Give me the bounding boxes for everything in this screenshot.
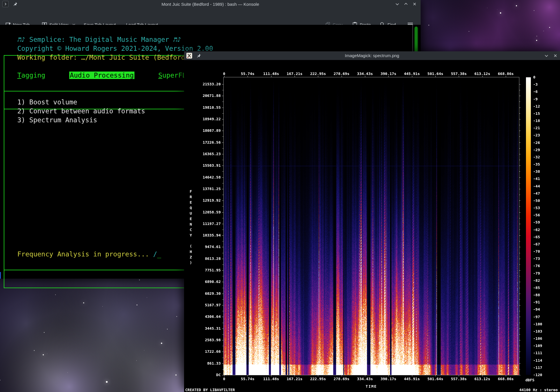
time-tick [388, 375, 389, 376]
tui-border-left [4, 55, 4, 288]
freq-tick-minor [222, 136, 223, 137]
freq-tick [222, 108, 223, 108]
db-tick-label: -23 [533, 133, 540, 137]
menu-item-boost-volume[interactable]: 1) Boost volume [17, 98, 77, 107]
freq-tick [222, 317, 223, 317]
spinner-glyph: / [153, 250, 157, 258]
time-tick [482, 375, 483, 376]
freq-tick-label: DC [191, 373, 221, 377]
minimize-button[interactable] [395, 2, 400, 6]
freq-tick [222, 119, 223, 119]
db-tick-label: 0 [533, 75, 535, 79]
time-tick-label: 167.21s [284, 377, 305, 381]
time-tick [459, 76, 459, 77]
freq-tick [519, 282, 520, 282]
konsole-titlebar[interactable]: Mont Juic Suite (Bedford - 1989) : bash … [0, 0, 421, 8]
time-tick-label: 501.64s [425, 72, 445, 76]
db-tick-label: -109 [533, 344, 542, 348]
freq-tick-minor [222, 288, 223, 288]
freq-tick-minor [519, 218, 520, 218]
maximize-button[interactable] [404, 2, 408, 6]
freq-tick [519, 259, 520, 259]
freq-tick-label: 1722.66 [191, 349, 221, 354]
freq-tick-minor [222, 241, 223, 241]
freq-tick [222, 142, 223, 143]
freq-tick-minor [519, 311, 520, 311]
time-tick [365, 375, 365, 376]
freq-tick-label: 17226.56 [191, 140, 221, 145]
freq-tick [519, 177, 520, 178]
time-tick-label: 445.91s [402, 72, 422, 76]
close-button[interactable] [553, 53, 558, 58]
time-tick-label: 613.12s [472, 72, 492, 76]
menu-item-spectrum-analysis[interactable]: 3) Spectrum Analysis [17, 116, 97, 125]
freq-tick [222, 294, 223, 294]
footer-samplerate: 44100 Hz : stereo [519, 388, 558, 392]
db-tick-label: -111 [533, 351, 542, 355]
spectrogram-image[interactable] [224, 77, 519, 375]
freq-tick-minor [222, 183, 223, 183]
freq-tick [519, 352, 520, 352]
time-tick-label: 668.86s [496, 377, 516, 381]
freq-tick-label: 14642.58 [191, 175, 221, 179]
db-tick-label: -65 [533, 235, 540, 239]
freq-tick-minor [519, 90, 520, 90]
db-tick-label: -50 [533, 198, 540, 203]
freq-tick [222, 352, 223, 352]
freq-tick-minor [222, 125, 223, 125]
freq-tick-minor [222, 102, 223, 102]
freq-tick [222, 96, 223, 96]
freq-tick [519, 189, 520, 189]
menu-item-convert-formats[interactable]: 2) Convert between audio formats [17, 107, 145, 116]
freq-tick-minor [222, 311, 223, 311]
freq-tick-label: 11197.27 [191, 222, 221, 226]
db-tick-label: -114 [533, 358, 542, 363]
freq-tick [519, 108, 520, 108]
time-tick [248, 375, 248, 376]
freq-tick-minor [222, 253, 223, 253]
db-tick-label: -73 [533, 256, 540, 261]
freq-tick [519, 235, 520, 236]
freq-tick-minor [222, 358, 223, 358]
time-tick [459, 375, 459, 376]
freq-tick-minor [519, 358, 520, 358]
freq-tick [222, 224, 223, 224]
freq-tick-minor [519, 346, 520, 346]
colorbar [526, 77, 531, 375]
db-tick-label: -56 [533, 213, 540, 217]
freq-tick [519, 305, 520, 305]
time-tick-label: 613.12s [472, 377, 492, 381]
db-tick-label: -41 [533, 177, 540, 181]
freq-tick-minor [222, 160, 223, 160]
db-tick-label: -100 [533, 322, 542, 326]
konsole-toolbar: New Tab Split View Save Tab Layout Load … [0, 8, 421, 25]
close-button[interactable] [412, 2, 417, 6]
freq-tick [519, 317, 520, 317]
screen-edge-indicator [0, 272, 1, 279]
db-tick-label: -15 [533, 111, 540, 116]
db-tick-label: -106 [533, 336, 542, 341]
db-tick-label: -35 [533, 162, 540, 166]
db-tick-label: -62 [533, 228, 540, 232]
freq-tick-minor [519, 195, 520, 195]
tab-audio-processing[interactable]: Audio Processing [69, 72, 134, 79]
tui-tab-bar: Tagging Audio Processing SuperFLAC [17, 71, 194, 80]
minimize-button[interactable] [544, 53, 549, 58]
imagemagick-titlebar[interactable]: ImageMagick: spectrum.png [184, 51, 560, 60]
status-line: Frequency Analysis in progress... /_ [17, 250, 161, 259]
freq-tick [222, 166, 223, 166]
db-tick-label: -59 [533, 220, 540, 224]
freq-tick [519, 131, 520, 131]
tab-tagging[interactable]: Tagging [17, 72, 45, 79]
freq-tick-minor [519, 288, 520, 288]
freq-tick-minor [222, 148, 223, 149]
db-tick-label: -79 [533, 271, 540, 275]
time-tick-label: 557.38s [449, 377, 469, 381]
time-tick-label: 111.48s [261, 72, 281, 76]
freq-tick-minor [519, 369, 520, 370]
time-tick [295, 76, 295, 77]
freq-tick [519, 294, 520, 294]
x-axis-label: TIME [224, 384, 519, 389]
freq-tick [222, 375, 223, 375]
db-tick-label: -67 [533, 242, 540, 246]
